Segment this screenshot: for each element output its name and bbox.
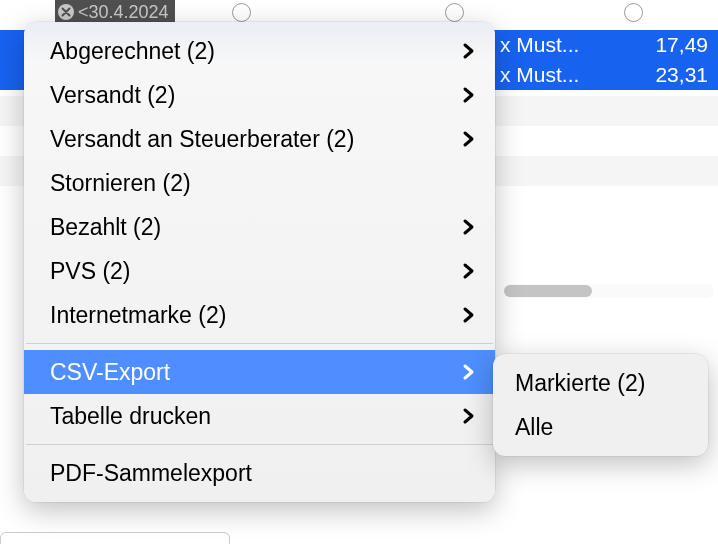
submenu-item-label: Alle (515, 414, 553, 441)
menu-item-csv-export[interactable]: CSV-Export (24, 350, 495, 394)
menu-item-versandt-steuerberater[interactable]: Versandt an Steuerberater (2) (24, 117, 495, 161)
menu-item-internetmarke[interactable]: Internetmarke (2) (24, 293, 495, 337)
menu-item-label: PDF-Sammelexport (50, 460, 252, 487)
menu-item-label: Versandt an Steuerberater (2) (50, 126, 354, 153)
submenu-item-label: Markierte (2) (515, 370, 645, 397)
chevron-right-icon (462, 218, 475, 236)
chevron-right-icon (462, 86, 475, 104)
row-name: x Must... (500, 63, 579, 87)
menu-item-versandt[interactable]: Versandt (2) (24, 73, 495, 117)
menu-separator (26, 343, 493, 344)
submenu-item-markierte[interactable]: Markierte (2) (493, 361, 708, 405)
submenu-item-alle[interactable]: Alle (493, 405, 708, 449)
menu-item-label: CSV-Export (50, 359, 170, 386)
menu-item-label: Stornieren (2) (50, 170, 191, 197)
menu-item-pdf-sammelexport[interactable]: PDF-Sammelexport (24, 451, 495, 495)
menu-item-abgerechnet[interactable]: Abgerechnet (2) (24, 29, 495, 73)
chevron-right-icon (462, 262, 475, 280)
menu-item-label: Bezahlt (2) (50, 214, 161, 241)
menu-item-bezahlt[interactable]: Bezahlt (2) (24, 205, 495, 249)
menu-item-stornieren[interactable]: Stornieren (2) (24, 161, 495, 205)
row-amount: 17,49 (655, 33, 708, 57)
menu-separator (26, 444, 493, 445)
row-amount: 23,31 (655, 63, 708, 87)
menu-item-label: Tabelle drucken (50, 403, 211, 430)
horizontal-scrollbar[interactable] (504, 284, 714, 298)
csv-export-submenu: Markierte (2) Alle (493, 354, 708, 456)
scrollbar-thumb[interactable] (504, 285, 592, 297)
chevron-right-icon (462, 363, 475, 381)
column-radio-3[interactable] (624, 3, 643, 22)
row-name: x Must... (500, 33, 579, 57)
chevron-right-icon (462, 130, 475, 148)
clear-filter-icon[interactable] (57, 3, 75, 21)
bottom-input[interactable] (0, 532, 230, 544)
menu-item-label: Versandt (2) (50, 82, 175, 109)
menu-item-tabelle-drucken[interactable]: Tabelle drucken (24, 394, 495, 438)
menu-item-label: Abgerechnet (2) (50, 38, 215, 65)
context-menu: Abgerechnet (2) Versandt (2) Versandt an… (24, 22, 495, 502)
chevron-right-icon (462, 306, 475, 324)
chevron-right-icon (462, 407, 475, 425)
column-radio-2[interactable] (445, 3, 464, 22)
chevron-right-icon (462, 42, 475, 60)
column-radio-1[interactable] (232, 3, 251, 22)
menu-item-label: Internetmarke (2) (50, 302, 226, 329)
menu-item-pvs[interactable]: PVS (2) (24, 249, 495, 293)
menu-item-label: PVS (2) (50, 258, 131, 285)
filter-pill[interactable]: <30.4.2024 (55, 0, 175, 24)
filter-text: <30.4.2024 (78, 2, 169, 23)
